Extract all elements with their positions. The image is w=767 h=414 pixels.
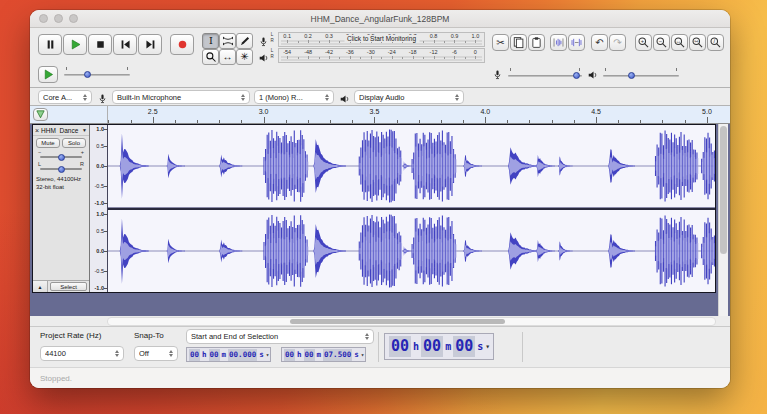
horizontal-scrollbar-row [30,316,730,327]
zoom-in-button[interactable]: + [635,34,652,51]
selection-end-field[interactable]: 00h00m07.500s▾ [281,347,366,362]
time-digits[interactable]: 00 [453,336,475,357]
caret-down-icon[interactable]: ▾ [485,342,490,351]
skip-to-end-button[interactable] [138,34,162,55]
envelope-tool-button[interactable] [219,33,236,49]
zoom-tool-button[interactable] [202,49,219,65]
selection-start-field[interactable]: 00h00m00.000s▾ [186,347,271,362]
solo-button[interactable]: Solo [62,138,86,148]
recording-volume-slider[interactable] [508,69,582,81]
multi-tool-button[interactable]: ✳ [236,49,253,65]
play-at-speed-button[interactable] [38,66,58,83]
pause-button[interactable] [38,34,62,55]
close-window-button[interactable] [39,14,48,23]
separator [378,332,379,362]
copy-icon [512,36,525,49]
draw-tool-button[interactable] [236,33,253,49]
horizontal-scrollbar[interactable] [107,317,716,326]
audio-position-display[interactable]: 00h00m00s▾ [384,333,494,360]
titlebar[interactable]: HHM_Dance_AngularFunk_128BPM [30,10,730,28]
playback-speed-slider[interactable] [64,68,130,80]
meter-tick [329,40,330,43]
zoom-toggle-icon: / [709,36,722,49]
trim-button[interactable] [550,34,567,51]
meter-tick [339,57,340,59]
audio-host-select[interactable]: Core A... [38,90,92,104]
waveform-channel-right[interactable] [108,210,715,292]
meter-scale-label: -54 [283,49,291,55]
scale-label: -0.5 [95,183,104,189]
meter-tick [319,41,320,43]
undo-button[interactable]: ↶ [591,34,608,51]
timeline-ruler[interactable]: 2.53.03.54.04.55.0 [107,106,716,123]
copy-button[interactable] [510,34,527,51]
device-toolbar: Core A... Built-in Microphone 1 (Mono) R… [30,88,730,106]
time-unit: h [202,350,207,359]
silence-button[interactable] [568,34,585,51]
zoom-selection-button[interactable]: ↔ [671,34,688,51]
main-toolbar: I↔✳ LR Click to Start Monitoring 0.10.20… [30,28,730,88]
timeline-tick [574,120,575,123]
monitor-hint[interactable]: Click to Start Monitoring [344,35,419,42]
input-channels-select[interactable]: 1 (Mono) R... [254,90,334,104]
maximize-window-button[interactable] [69,14,78,23]
time-digits[interactable]: 07.500 [323,349,352,361]
time-digits[interactable]: 00 [189,349,200,361]
timeline-tick [507,120,508,123]
vertical-scrollbar[interactable] [718,124,728,316]
input-device-select[interactable]: Built-in Microphone [112,90,250,104]
snap-to-select[interactable]: Off [134,346,178,361]
collapse-track-button[interactable]: ▲ [33,281,48,292]
project-rate-select[interactable]: 44100 [40,346,124,361]
minimize-window-button[interactable] [54,14,63,23]
scale-label: 0.0 [96,163,104,169]
timeshift-tool-button[interactable]: ↔ [219,49,236,65]
meter-scale-label: -48 [304,49,312,55]
selection-mode-select[interactable]: Start and End of Selection [186,329,374,344]
selection-tool-button[interactable]: I [202,33,219,49]
record-meter[interactable]: Click to Start Monitoring 0.10.20.30.40.… [278,32,485,47]
select-track-button[interactable]: Select [50,282,87,291]
output-device-select[interactable]: Display Audio [354,90,464,104]
time-digits[interactable]: 00 [421,336,443,357]
zoom-out-button[interactable]: − [653,34,670,51]
cut-button[interactable]: ✂ [492,34,509,51]
paste-icon [530,36,543,49]
paste-button[interactable] [528,34,545,51]
timeline-tick [241,120,242,123]
zoom-fit-button[interactable]: ⇿ [689,34,706,51]
time-digits[interactable]: 00 [284,349,295,361]
time-digits[interactable]: 00 [389,336,411,357]
playback-meter[interactable]: -54-48-42-36-30-24-18-12-60 [278,48,485,63]
time-digits[interactable]: 00 [209,349,220,361]
time-unit: m [445,341,451,352]
meter-tick [308,40,309,43]
zoom-toggle-button[interactable]: / [707,34,724,51]
record-button[interactable] [170,34,194,55]
vertical-scrollbar-thumb[interactable] [720,126,727,254]
stop-button[interactable] [88,34,112,55]
gain-slider[interactable]: − + [38,149,84,160]
track-menu-button[interactable]: ▼ [82,127,87,133]
pin-playhead-button[interactable] [33,108,48,121]
mute-button[interactable]: Mute [36,138,60,148]
meter-tick [339,41,340,43]
time-digits[interactable]: 00.000 [228,349,257,361]
caret-down-icon[interactable]: ▾ [361,351,365,358]
meter-tick [298,41,299,43]
recording-volume-icon [492,67,503,85]
waveform-channel-left[interactable] [108,125,715,207]
playback-volume-slider[interactable] [603,69,679,81]
play-button[interactable] [63,34,87,55]
meter-tick [371,56,372,59]
horizontal-scrollbar-thumb[interactable] [290,319,505,324]
trim-icon [552,36,565,49]
skip-to-start-button[interactable] [113,34,137,55]
redo-button[interactable]: ↷ [609,34,626,51]
pan-slider[interactable]: L R [38,161,84,172]
time-digits[interactable]: 00 [304,349,315,361]
meter-scale-label: -12 [430,49,438,55]
scale-label: -0.5 [95,268,104,274]
track-close-button[interactable]: × [35,127,39,134]
caret-down-icon[interactable]: ▾ [266,351,270,358]
